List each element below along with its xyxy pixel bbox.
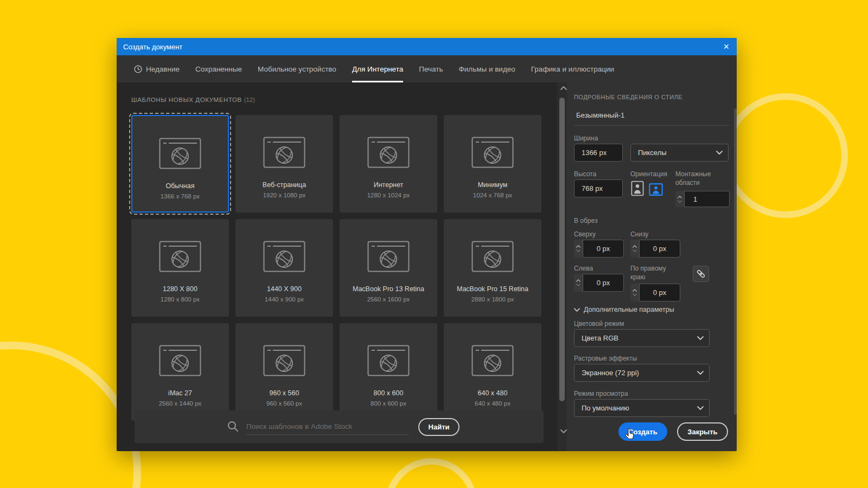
orientation-portrait-button[interactable]: [630, 180, 644, 197]
height-input[interactable]: [574, 179, 623, 197]
close-dialog-button[interactable]: Закрыть: [677, 422, 728, 441]
orientation-landscape-icon: [649, 182, 663, 197]
templates-grid: Обычная 1366 x 768 px Веб-страница 1920 …: [131, 115, 541, 421]
link-bleed-button[interactable]: [693, 266, 709, 282]
template-card[interactable]: 640 x 480 640 x 480 px: [444, 323, 541, 421]
tab-film-video[interactable]: Фильмы и видео: [458, 55, 515, 82]
template-card[interactable]: iMac 27 2560 x 1440 px: [131, 323, 229, 421]
templates-count: (12): [244, 97, 255, 103]
decor-circle: [385, 458, 477, 488]
browser-globe-icon: [159, 138, 201, 169]
view-mode-label: Режим просмотра: [574, 389, 628, 398]
color-mode-label: Цветовой режим: [574, 319, 624, 328]
template-dims: 1366 x 768 px: [161, 193, 200, 200]
width-input[interactable]: [574, 144, 623, 162]
color-mode-select[interactable]: Цвета RGB: [574, 329, 710, 347]
template-card[interactable]: MacBook Pro 13 Retina 2560 x 1600 px: [340, 219, 437, 317]
template-card[interactable]: MacBook Pro 15 Retina 2880 x 1800 px: [444, 219, 541, 317]
artboards-spin-buttons[interactable]: [675, 191, 684, 207]
template-card[interactable]: 960 x 560 960 x 560 px: [235, 323, 333, 421]
browser-globe-icon: [367, 137, 410, 168]
template-card[interactable]: Веб-страница 1920 x 1080 px: [235, 115, 333, 213]
tab-print[interactable]: Печать: [419, 55, 443, 82]
template-card[interactable]: Минимум 1024 x 768 px: [444, 115, 541, 213]
templates-area: ШАБЛОНЫ НОВЫХ ДОКУМЕНТОВ (12) Обычная 13…: [117, 82, 557, 451]
bleed-left-label: Слева: [574, 264, 593, 273]
template-dims: 2560 x 1600 px: [367, 296, 410, 303]
template-name: MacBook Pro 15 Retina: [457, 285, 528, 293]
scrollbar-thumb[interactable]: [559, 98, 565, 401]
template-dims: 960 x 560 px: [266, 400, 302, 407]
panel-scrollbar[interactable]: [734, 108, 737, 415]
stock-search-bar: Найти: [135, 410, 544, 443]
bleed-top-field: [574, 240, 624, 258]
raster-effects-label: Растровые эффекты: [574, 354, 637, 363]
bleed-bottom-spin-buttons[interactable]: [630, 240, 639, 258]
dialog-content: ШАБЛОНЫ НОВЫХ ДОКУМЕНТОВ (12) Обычная 13…: [117, 82, 737, 451]
tab-saved[interactable]: Сохраненные: [195, 55, 242, 82]
template-name: iMac 27: [168, 389, 192, 397]
browser-globe-icon: [263, 137, 305, 168]
link-icon: [695, 268, 706, 279]
orientation-landscape-button[interactable]: [649, 181, 663, 198]
bleed-left-field: [574, 274, 624, 292]
templates-scrollbar[interactable]: [557, 82, 567, 451]
template-name: Обычная: [165, 182, 194, 190]
chevron-down-icon: [697, 336, 704, 340]
window-titlebar: Создать документ ×: [117, 38, 737, 55]
artboards-input[interactable]: [684, 191, 730, 207]
tab-mobile[interactable]: Мобильное устройство: [258, 55, 336, 82]
browser-globe-icon: [471, 345, 514, 376]
bleed-top-spin-buttons[interactable]: [574, 240, 583, 258]
doc-name-field[interactable]: Безымянный-1: [576, 111, 624, 119]
close-icon[interactable]: ×: [723, 42, 729, 52]
template-dims: 1280 x 800 px: [161, 296, 200, 303]
view-mode-select[interactable]: По умолчанию: [574, 399, 710, 417]
template-card[interactable]: 800 x 600 800 x 600 px: [340, 323, 437, 421]
bleed-left-input[interactable]: [583, 274, 624, 292]
bleed-right-input[interactable]: [639, 284, 680, 301]
template-dims: 2560 x 1440 px: [159, 400, 202, 407]
template-name: Веб-страница: [263, 181, 306, 189]
bleed-label: В обрез: [574, 216, 597, 225]
artboards-stepper: [675, 191, 730, 207]
template-card[interactable]: 1440 X 900 1440 x 900 px: [235, 219, 333, 317]
template-name: 800 x 600: [374, 389, 404, 397]
bleed-top-input[interactable]: [583, 240, 624, 258]
chevron-down-icon: [574, 308, 580, 312]
width-label: Ширина: [574, 134, 598, 143]
tab-art-illustration[interactable]: Графика и иллюстрации: [531, 55, 614, 82]
template-card[interactable]: 1280 X 800 1280 x 800 px: [131, 219, 229, 317]
orientation-label: Ориентация: [630, 170, 667, 178]
search-button[interactable]: Найти: [418, 418, 459, 436]
tab-recent[interactable]: Недавние: [134, 55, 180, 82]
template-card[interactable]: Интернет 1280 x 1024 px: [340, 115, 437, 213]
bleed-top-label: Сверху: [574, 230, 596, 239]
bleed-bottom-label: Снизу: [630, 230, 648, 239]
chevron-down-icon: [576, 249, 580, 252]
tab-web[interactable]: Для Интернета: [352, 55, 403, 82]
chevron-up-icon: [576, 245, 580, 248]
chevron-down-icon: [576, 284, 580, 286]
template-name: Минимум: [478, 181, 508, 189]
units-select[interactable]: Пикселы: [630, 144, 729, 162]
advanced-options-toggle[interactable]: Дополнительные параметры: [574, 306, 674, 313]
raster-effects-select[interactable]: Экранное (72 ppi): [574, 364, 710, 382]
decor-circle: [723, 93, 848, 218]
bleed-left-spin-buttons[interactable]: [574, 274, 583, 292]
template-name: 960 x 560: [270, 389, 299, 397]
chevron-up-icon: [678, 196, 682, 198]
chevron-up-icon: [576, 279, 580, 282]
bleed-bottom-input[interactable]: [639, 240, 680, 258]
template-card[interactable]: Обычная 1366 x 768 px: [131, 115, 229, 213]
template-name: MacBook Pro 13 Retina: [353, 285, 424, 293]
chevron-down-icon: [633, 249, 637, 252]
search-input[interactable]: [246, 419, 409, 435]
bleed-right-spin-buttons[interactable]: [630, 284, 639, 301]
template-name: Интернет: [374, 181, 404, 189]
templates-header: ШАБЛОНЫ НОВЫХ ДОКУМЕНТОВ (12): [131, 97, 255, 103]
chevron-down-icon: [697, 371, 704, 375]
browser-globe-icon: [471, 137, 514, 168]
browser-globe-icon: [471, 241, 514, 272]
bleed-right-label: По правому краю: [630, 264, 678, 281]
